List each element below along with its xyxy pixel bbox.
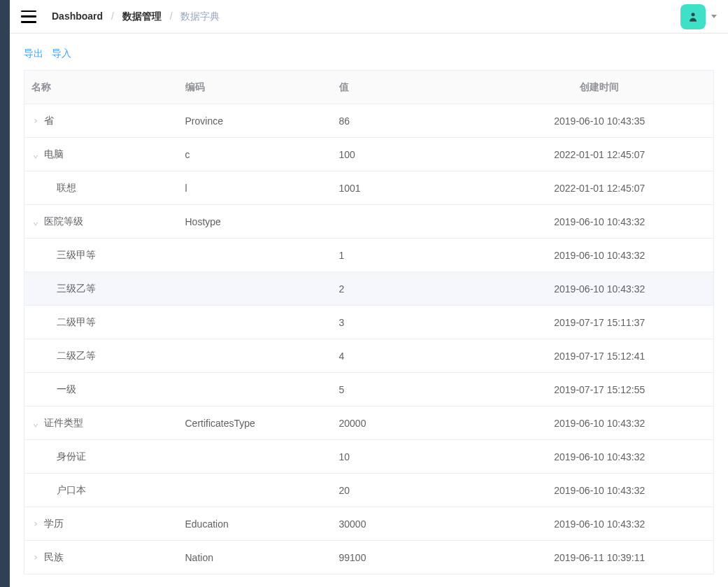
breadcrumb-item-dashboard[interactable]: Dashboard xyxy=(52,10,103,22)
cell-value xyxy=(332,205,486,239)
breadcrumb-separator: / xyxy=(170,10,173,22)
cell-value: 99100 xyxy=(332,541,486,574)
cell-name: 一级 xyxy=(24,373,178,406)
table-row[interactable]: 联想l10012022-01-01 12:45:07 xyxy=(24,171,714,205)
cell-value: 10 xyxy=(332,440,486,474)
avatar-icon xyxy=(686,10,700,24)
cell-value: 100 xyxy=(332,138,486,171)
cell-name: ⌄医院等级 xyxy=(24,205,178,239)
cell-name: ›省 xyxy=(24,104,178,138)
breadcrumb-item-current: 数据字典 xyxy=(180,10,220,22)
cell-name: ›民族 xyxy=(24,541,178,574)
cell-time: 2022-01-01 12:45:07 xyxy=(486,171,714,205)
table-row[interactable]: 身份证102019-06-10 10:43:32 xyxy=(24,440,714,474)
breadcrumb-separator: / xyxy=(111,10,114,22)
avatar[interactable] xyxy=(680,4,706,29)
col-header-time: 创建时间 xyxy=(486,71,714,104)
table-row[interactable]: ›省Province862019-06-10 10:43:35 xyxy=(24,104,714,138)
cell-code xyxy=(178,306,332,339)
chevron-right-icon[interactable]: › xyxy=(31,518,40,529)
cell-time: 2019-06-10 10:43:32 xyxy=(486,406,714,440)
cell-name: ⌄电脑 xyxy=(24,138,178,171)
row-name-text: 学历 xyxy=(44,518,64,529)
cell-code xyxy=(178,239,332,272)
chevron-down-icon[interactable]: ⌄ xyxy=(31,215,40,227)
col-header-value: 值 xyxy=(332,71,486,104)
cell-value: 30000 xyxy=(332,507,486,541)
cell-name: 联想 xyxy=(24,171,178,205)
page-header: Dashboard / 数据管理 / 数据字典 xyxy=(10,0,728,34)
table-row[interactable]: 一级52019-07-17 15:12:55 xyxy=(24,373,714,406)
cell-name: 二级乙等 xyxy=(24,339,178,373)
cell-name: 三级甲等 xyxy=(24,239,178,272)
import-link[interactable]: 导入 xyxy=(52,48,71,59)
cell-time: 2019-06-10 10:43:32 xyxy=(486,272,714,306)
row-name-text: 一级 xyxy=(57,383,76,395)
dict-table: 名称 编码 值 创建时间 ›省Province862019-06-10 10:4… xyxy=(24,70,714,574)
cell-code xyxy=(178,474,332,507)
row-name-text: 二级甲等 xyxy=(57,316,96,327)
table-row[interactable]: 户口本202019-06-10 10:43:32 xyxy=(24,474,714,507)
col-header-code: 编码 xyxy=(178,71,332,104)
cell-time: 2019-06-10 10:43:32 xyxy=(486,440,714,474)
breadcrumb: Dashboard / 数据管理 / 数据字典 xyxy=(49,10,222,23)
cell-code: Province xyxy=(178,104,332,138)
cell-time: 2019-06-10 10:43:32 xyxy=(486,239,714,272)
table-row[interactable]: ›学历Education300002019-06-10 10:43:32 xyxy=(24,507,714,541)
cell-time: 2019-06-10 10:43:32 xyxy=(486,474,714,507)
cell-name: 三级乙等 xyxy=(24,272,178,306)
cell-code xyxy=(178,373,332,406)
table-header-row: 名称 编码 值 创建时间 xyxy=(24,71,714,104)
chevron-down-icon[interactable]: ⌄ xyxy=(31,148,40,160)
cell-code: Hostype xyxy=(178,205,332,239)
cell-time: 2019-06-10 10:43:32 xyxy=(486,507,714,541)
table-row[interactable]: ›民族Nation991002019-06-11 10:39:11 xyxy=(24,541,714,574)
row-name-text: 电脑 xyxy=(44,148,64,160)
cell-name: ›学历 xyxy=(24,507,178,541)
cell-name: 二级甲等 xyxy=(24,306,178,339)
row-name-text: 三级甲等 xyxy=(57,249,96,260)
cell-name: ⌄证件类型 xyxy=(24,406,178,440)
cell-time: 2019-06-10 10:43:35 xyxy=(486,104,714,138)
menu-toggle-icon[interactable] xyxy=(21,10,36,23)
cell-time: 2019-07-17 15:11:37 xyxy=(486,306,714,339)
table-row[interactable]: ⌄证件类型CertificatesType200002019-06-10 10:… xyxy=(24,406,714,440)
cell-code: CertificatesType xyxy=(178,406,332,440)
cell-name: 身份证 xyxy=(24,440,178,474)
cell-time: 2022-01-01 12:45:07 xyxy=(486,138,714,171)
action-bar: 导出 导入 xyxy=(24,48,714,60)
cell-value: 5 xyxy=(332,373,486,406)
row-name-text: 证件类型 xyxy=(44,417,83,428)
cell-time: 2019-06-10 10:43:32 xyxy=(486,205,714,239)
export-link[interactable]: 导出 xyxy=(24,48,43,59)
cell-code: c xyxy=(178,138,332,171)
row-name-text: 身份证 xyxy=(57,451,86,462)
sidebar-collapsed[interactable] xyxy=(0,0,10,587)
table-row[interactable]: ⌄医院等级Hostype2019-06-10 10:43:32 xyxy=(24,205,714,239)
table-row[interactable]: 二级甲等32019-07-17 15:11:37 xyxy=(24,306,714,339)
cell-name: 户口本 xyxy=(24,474,178,507)
chevron-right-icon[interactable]: › xyxy=(31,115,40,126)
cell-value: 86 xyxy=(332,104,486,138)
table-row[interactable]: 三级甲等12019-06-10 10:43:32 xyxy=(24,239,714,272)
row-name-text: 二级乙等 xyxy=(57,350,96,361)
table-row[interactable]: 二级乙等42019-07-17 15:12:41 xyxy=(24,339,714,373)
cell-value: 1001 xyxy=(332,171,486,205)
table-row[interactable]: 三级乙等22019-06-10 10:43:32 xyxy=(24,272,714,306)
content-area: 导出 导入 名称 编码 值 创建时间 ›省Province862019-06-1… xyxy=(10,34,728,587)
row-name-text: 三级乙等 xyxy=(57,283,96,294)
user-menu-caret-icon[interactable] xyxy=(711,15,717,18)
row-name-text: 户口本 xyxy=(57,484,86,495)
cell-value: 20 xyxy=(332,474,486,507)
cell-value: 20000 xyxy=(332,406,486,440)
breadcrumb-item-datamgmt[interactable]: 数据管理 xyxy=(122,10,162,22)
cell-code xyxy=(178,339,332,373)
cell-time: 2019-06-11 10:39:11 xyxy=(486,541,714,574)
cell-value: 4 xyxy=(332,339,486,373)
row-name-text: 民族 xyxy=(44,551,64,563)
cell-value: 2 xyxy=(332,272,486,306)
cell-code xyxy=(178,272,332,306)
chevron-right-icon[interactable]: › xyxy=(31,551,40,563)
table-row[interactable]: ⌄电脑c1002022-01-01 12:45:07 xyxy=(24,138,714,171)
chevron-down-icon[interactable]: ⌄ xyxy=(31,417,40,428)
